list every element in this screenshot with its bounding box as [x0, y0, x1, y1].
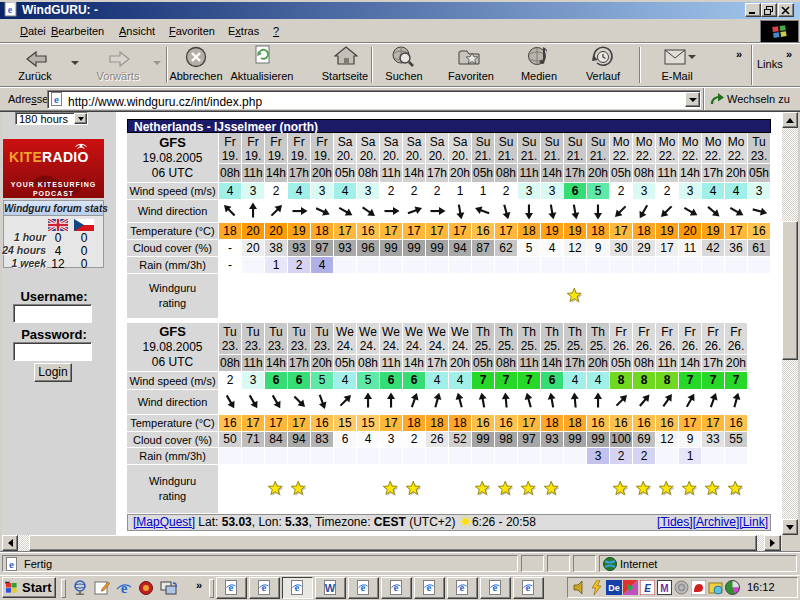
svg-text:M: M [660, 583, 668, 594]
svg-text:e: e [54, 93, 59, 105]
svg-text:e: e [427, 581, 432, 593]
svg-text:e: e [361, 581, 366, 593]
svg-text:De: De [608, 583, 620, 593]
svg-text:e: e [8, 4, 13, 15]
svg-text:W: W [325, 582, 336, 594]
svg-text:e: e [121, 580, 128, 596]
svg-text:e: e [493, 581, 498, 593]
svg-text:E: E [644, 583, 651, 594]
svg-text:e: e [526, 581, 531, 593]
svg-text:e: e [394, 581, 399, 593]
svg-text:e: e [295, 581, 300, 593]
svg-text:e: e [262, 581, 267, 593]
svg-text:e: e [9, 558, 14, 570]
svg-text:e: e [460, 581, 465, 593]
svg-text:e: e [229, 581, 234, 593]
